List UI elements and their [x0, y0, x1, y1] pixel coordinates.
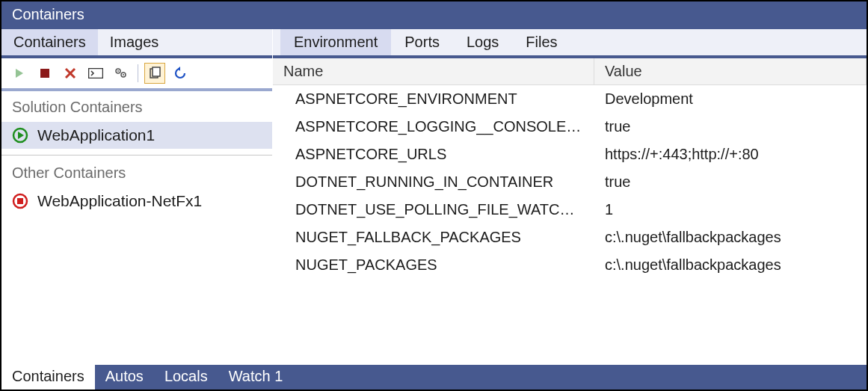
tool-tab-label: Autos — [105, 368, 144, 384]
toolbar-separator — [138, 64, 138, 82]
svg-rect-4 — [89, 69, 103, 78]
tab-images[interactable]: Images — [98, 29, 171, 55]
tool-tab-label: Watch 1 — [229, 368, 283, 384]
env-value-cell: c:\.nuget\fallbackpackages — [594, 254, 867, 276]
table-row[interactable]: DOTNET_USE_POLLING_FILE_WATCHER 1 — [273, 196, 867, 224]
stop-circle-icon — [12, 193, 28, 209]
container-item-label: WebApplication-NetFx1 — [37, 192, 202, 210]
table-row[interactable]: ASPNETCORE_LOGGING__CONSOLE__DISA... tru… — [273, 113, 867, 141]
start-button[interactable] — [9, 63, 30, 84]
table-row[interactable]: DOTNET_RUNNING_IN_CONTAINER true — [273, 168, 867, 196]
svg-rect-15 — [17, 198, 23, 204]
table-row[interactable]: ASPNETCORE_URLS https://+:443;http://+:8… — [273, 141, 867, 168]
other-containers-label: Other Containers — [1, 157, 272, 188]
env-name-cell: ASPNETCORE_LOGGING__CONSOLE__DISA... — [273, 116, 594, 138]
env-name-cell: NUGET_FALLBACK_PACKAGES — [273, 227, 594, 248]
env-grid-header: Name Value — [273, 58, 867, 85]
env-value-cell: true — [594, 171, 867, 193]
table-row[interactable]: NUGET_PACKAGES c:\.nuget\fallbackpackage… — [273, 251, 867, 279]
table-row[interactable]: ASPNETCORE_ENVIRONMENT Development — [273, 85, 867, 113]
tab-ports-label: Ports — [404, 34, 440, 50]
containers-panel: Containers Images — [1, 29, 273, 365]
env-value-cell: c:\.nuget\fallbackpackages — [594, 227, 867, 248]
tab-environment[interactable]: Environment — [280, 29, 391, 55]
tab-files-label: Files — [526, 34, 557, 50]
env-name-cell: DOTNET_USE_POLLING_FILE_WATCHER — [273, 199, 594, 221]
detail-panel: Environment Ports Logs Files Name Value … — [273, 29, 867, 365]
tab-containers[interactable]: Containers — [1, 29, 98, 55]
svg-rect-1 — [40, 69, 49, 78]
terminal-button[interactable] — [85, 63, 106, 84]
containers-list: Solution Containers WebApplication1 Othe… — [1, 91, 272, 365]
env-name-cell: NUGET_PACKAGES — [273, 254, 594, 276]
table-row[interactable]: NUGET_FALLBACK_PACKAGES c:\.nuget\fallba… — [273, 224, 867, 251]
tool-tab-label: Locals — [164, 368, 208, 384]
play-circle-icon — [12, 127, 28, 144]
column-header-name[interactable]: Name — [273, 58, 594, 84]
svg-marker-0 — [16, 69, 23, 78]
remove-button[interactable] — [60, 63, 81, 84]
env-name-cell: ASPNETCORE_ENVIRONMENT — [273, 88, 594, 110]
env-grid-body: ASPNETCORE_ENVIRONMENT Development ASPNE… — [273, 85, 867, 365]
tool-tab-watch1[interactable]: Watch 1 — [218, 365, 294, 390]
container-item-label: WebApplication1 — [37, 126, 155, 144]
detail-tabs: Environment Ports Logs Files — [273, 29, 867, 58]
section-divider — [1, 155, 272, 156]
container-item-webapplication-netfx1[interactable]: WebApplication-NetFx1 — [1, 188, 272, 215]
attach-button[interactable] — [144, 63, 165, 84]
env-value-cell: Development — [594, 88, 867, 110]
containers-toolbar — [1, 58, 272, 91]
solution-containers-label: Solution Containers — [1, 91, 272, 122]
tab-files[interactable]: Files — [512, 29, 570, 55]
env-name-cell: DOTNET_RUNNING_IN_CONTAINER — [273, 171, 594, 193]
tab-logs[interactable]: Logs — [453, 29, 512, 55]
env-name-cell: ASPNETCORE_URLS — [273, 144, 594, 165]
env-value-cell: 1 — [594, 199, 867, 221]
tab-environment-label: Environment — [294, 34, 378, 50]
main-body: Containers Images — [1, 29, 867, 365]
svg-point-8 — [123, 74, 124, 76]
tool-tab-containers[interactable]: Containers — [1, 365, 95, 390]
env-value-cell: https://+:443;http://+:80 — [594, 144, 867, 165]
env-value-cell: true — [594, 116, 867, 138]
window-title: Containers — [12, 6, 84, 22]
tab-logs-label: Logs — [467, 34, 499, 50]
svg-point-7 — [117, 70, 119, 72]
stop-button[interactable] — [34, 63, 55, 84]
containers-panel-tabs: Containers Images — [1, 29, 272, 58]
svg-marker-13 — [18, 132, 24, 139]
tab-ports[interactable]: Ports — [391, 29, 453, 55]
tab-containers-label: Containers — [13, 34, 86, 50]
tool-window-tabs: Containers Autos Locals Watch 1 — [1, 365, 867, 390]
tool-tab-autos[interactable]: Autos — [95, 365, 154, 390]
window-titlebar: Containers — [1, 1, 867, 29]
refresh-button[interactable] — [170, 63, 191, 84]
column-header-value[interactable]: Value — [594, 58, 867, 84]
tool-tab-locals[interactable]: Locals — [154, 365, 218, 390]
tab-images-label: Images — [110, 34, 159, 50]
container-item-webapplication1[interactable]: WebApplication1 — [1, 122, 272, 149]
svg-rect-10 — [153, 67, 160, 76]
compose-button[interactable] — [111, 63, 132, 84]
tool-tab-label: Containers — [12, 368, 84, 384]
